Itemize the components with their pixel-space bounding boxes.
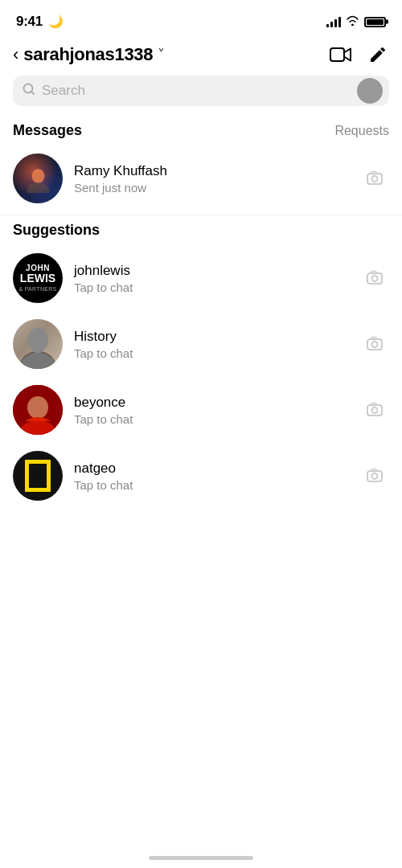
- messages-section-header: Messages Requests: [0, 119, 402, 145]
- item-text-johnlewis: johnlewis Tap to chat: [74, 263, 354, 294]
- status-icons: [326, 14, 386, 29]
- svg-rect-7: [367, 273, 382, 284]
- item-text-history: History Tap to chat: [74, 329, 354, 360]
- item-text-beyonce: beyonce Tap to chat: [74, 395, 354, 426]
- avatar-history: [13, 319, 63, 369]
- svg-point-10: [28, 329, 47, 351]
- suggestion-item-history[interactable]: History Tap to chat: [0, 311, 402, 377]
- video-call-button[interactable]: [330, 43, 352, 66]
- avatar-natgeo: [13, 451, 63, 501]
- item-sub-ramy: Sent just now: [74, 181, 354, 194]
- home-indicator: [149, 856, 253, 860]
- suggestion-item-beyonce[interactable]: beyonce Tap to chat: [0, 377, 402, 443]
- camera-icon-ramy[interactable]: [365, 170, 389, 186]
- item-text-ramy: Ramy Khuffash Sent just now: [74, 163, 354, 194]
- svg-rect-12: [35, 349, 41, 357]
- svg-point-23: [372, 473, 378, 479]
- divider: [0, 215, 402, 215]
- messages-title: Messages: [13, 122, 82, 139]
- dropdown-arrow-icon[interactable]: ˅: [158, 46, 165, 63]
- item-sub-johnlewis: Tap to chat: [74, 280, 354, 294]
- search-bar[interactable]: Search: [13, 76, 389, 106]
- svg-rect-4: [367, 174, 382, 184]
- suggestions-section-header: Suggestions: [0, 219, 402, 245]
- wifi-icon: [346, 14, 359, 29]
- camera-icon-history[interactable]: [365, 336, 389, 352]
- message-item-ramy[interactable]: Ramy Khuffash Sent just now: [0, 145, 402, 211]
- camera-icon-natgeo[interactable]: [365, 468, 389, 484]
- item-name-ramy: Ramy Khuffash: [74, 163, 354, 179]
- camera-icon-beyonce[interactable]: [365, 402, 389, 418]
- avatar-beyonce: [13, 385, 63, 435]
- requests-button[interactable]: Requests: [334, 124, 389, 138]
- item-name-natgeo: natgeo: [74, 461, 354, 477]
- moon-icon: 🌙: [48, 14, 64, 28]
- svg-rect-22: [367, 471, 382, 481]
- item-sub-beyonce: Tap to chat: [74, 412, 354, 426]
- svg-rect-0: [330, 48, 344, 61]
- suggestion-item-natgeo[interactable]: natgeo Tap to chat: [0, 443, 402, 509]
- battery-icon: [364, 17, 386, 27]
- natgeo-logo-rect: [25, 460, 51, 492]
- signal-icon: [326, 16, 341, 27]
- back-button[interactable]: ‹: [13, 46, 18, 63]
- svg-point-3: [27, 182, 49, 193]
- status-time: 9:41 🌙: [16, 14, 64, 30]
- suggestion-item-johnlewis[interactable]: JOHN LEWIS & PARTNERS johnlewis Tap to c…: [0, 245, 402, 311]
- user-avatar-badge[interactable]: [357, 78, 383, 104]
- camera-icon-johnlewis[interactable]: [365, 270, 389, 286]
- header-username: sarahjonas1338: [23, 44, 153, 65]
- search-icon: [23, 83, 35, 99]
- item-sub-natgeo: Tap to chat: [74, 478, 354, 492]
- item-name-history: History: [74, 329, 354, 345]
- svg-point-5: [372, 176, 378, 182]
- svg-point-14: [372, 342, 378, 347]
- svg-rect-19: [367, 405, 382, 416]
- header-left: ‹ sarahjonas1338 ˅: [13, 44, 165, 65]
- item-sub-history: Tap to chat: [74, 346, 354, 360]
- header: ‹ sarahjonas1338 ˅: [0, 40, 402, 76]
- header-right: [330, 43, 389, 66]
- svg-point-11: [20, 351, 55, 369]
- svg-point-17: [27, 396, 48, 419]
- avatar-johnlewis: JOHN LEWIS & PARTNERS: [13, 253, 63, 303]
- item-name-beyonce: beyonce: [74, 395, 354, 411]
- svg-point-2: [31, 169, 44, 183]
- status-bar: 9:41 🌙: [0, 0, 402, 40]
- search-placeholder: Search: [42, 83, 379, 99]
- compose-button[interactable]: [367, 43, 389, 66]
- item-name-johnlewis: johnlewis: [74, 263, 354, 279]
- svg-point-8: [372, 276, 378, 281]
- svg-point-20: [372, 407, 378, 413]
- item-text-natgeo: natgeo Tap to chat: [74, 461, 354, 492]
- suggestions-title: Suggestions: [13, 222, 100, 239]
- avatar-ramy: [13, 154, 63, 203]
- svg-rect-13: [367, 339, 382, 350]
